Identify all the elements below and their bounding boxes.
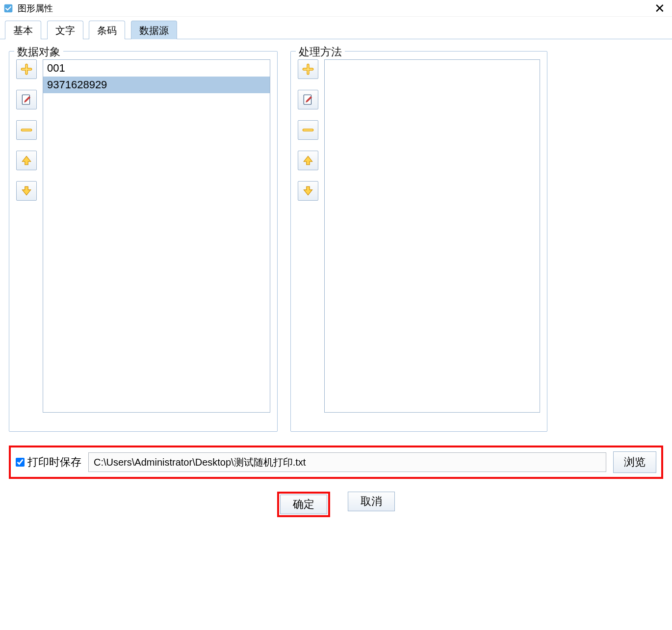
dataobject-list[interactable]: 001 9371628929	[43, 59, 270, 413]
save-on-print-row: 打印时保存 浏览	[9, 446, 663, 479]
edit-button-method[interactable]	[298, 90, 318, 109]
titlebar: 图形属性 ✕	[0, 0, 672, 17]
remove-button[interactable]	[16, 120, 37, 140]
app-icon	[3, 3, 14, 14]
tabstrip: 基本 文字 条码 数据源	[0, 18, 672, 39]
list-item[interactable]: 9371628929	[43, 77, 270, 93]
ok-highlight: 确定	[277, 492, 330, 517]
group-dataobject: 数据对象 001 9371628929	[9, 51, 278, 432]
group-method: 处理方法	[290, 51, 547, 432]
save-on-print-label: 打印时保存	[27, 455, 81, 470]
add-button-method[interactable]	[298, 59, 318, 79]
save-on-print-checkbox[interactable]	[16, 458, 25, 467]
save-path-input[interactable]	[88, 452, 606, 472]
save-on-print-checkbox-wrap[interactable]: 打印时保存	[16, 455, 81, 470]
dialog-buttonbar: 确定 取消	[0, 479, 672, 517]
remove-button-method[interactable]	[298, 120, 318, 140]
tab-text[interactable]: 文字	[47, 21, 83, 39]
method-list[interactable]	[324, 59, 540, 413]
group-method-legend: 处理方法	[296, 45, 345, 59]
window-title: 图形属性	[18, 2, 53, 14]
ok-button[interactable]: 确定	[280, 495, 327, 514]
close-icon[interactable]: ✕	[650, 2, 669, 15]
moveup-button[interactable]	[16, 151, 37, 170]
edit-button[interactable]	[16, 90, 37, 109]
cancel-button[interactable]: 取消	[348, 492, 395, 511]
group-dataobject-legend: 数据对象	[14, 45, 63, 59]
add-button[interactable]	[16, 59, 37, 79]
browse-button[interactable]: 浏览	[613, 451, 656, 473]
tab-datasource[interactable]: 数据源	[131, 21, 177, 39]
tab-barcode[interactable]: 条码	[89, 21, 125, 39]
moveup-button-method[interactable]	[298, 151, 318, 170]
movedown-button-method[interactable]	[298, 181, 318, 201]
tab-basic[interactable]: 基本	[5, 21, 41, 39]
movedown-button[interactable]	[16, 181, 37, 201]
list-item[interactable]: 001	[43, 60, 270, 77]
